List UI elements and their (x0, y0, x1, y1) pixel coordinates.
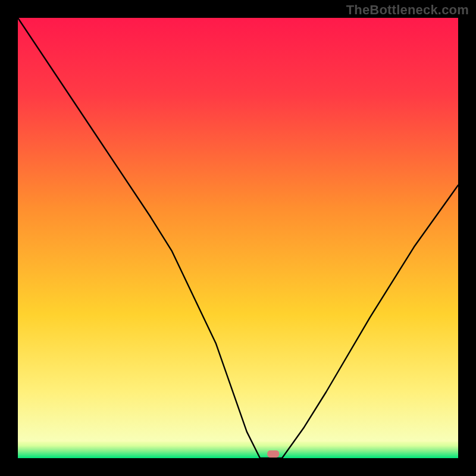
plot-area (18, 18, 458, 458)
optimal-marker (267, 450, 279, 458)
green-band (18, 441, 458, 458)
chart-frame: TheBottleneck.com (0, 0, 476, 476)
gradient-background (18, 18, 458, 441)
watermark-text: TheBottleneck.com (346, 2, 469, 18)
chart-svg (18, 18, 458, 458)
